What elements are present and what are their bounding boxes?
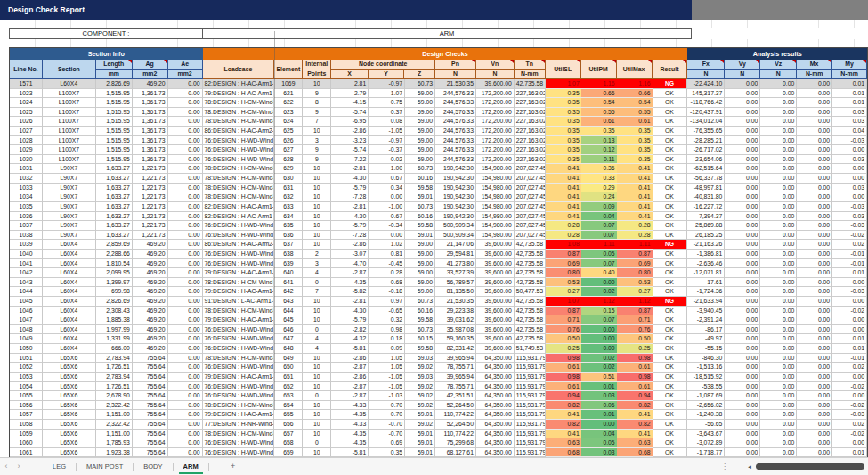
table-cell[interactable]: 0.37 [369, 108, 405, 118]
table-cell[interactable]: L65X6 [43, 363, 96, 373]
table-cell[interactable]: -2.87 [331, 391, 369, 401]
table-cell[interactable]: NG [653, 240, 688, 250]
table-cell[interactable]: 0.00 [832, 174, 867, 184]
table-cell[interactable]: 0.00 [168, 108, 203, 118]
table-cell[interactable]: 2,859.69 [96, 240, 133, 250]
table-cell[interactable]: 9 [303, 108, 331, 118]
table-cell[interactable]: 0.00 [168, 315, 203, 325]
table-cell[interactable]: 1,633.27 [96, 202, 133, 212]
table-cell[interactable]: 0.00 [725, 164, 760, 174]
table-cell[interactable]: 59.02 [405, 382, 435, 392]
table-cell[interactable]: 625 [274, 127, 303, 136]
table-cell[interactable]: 227,163.02 [515, 127, 546, 136]
table-cell[interactable]: 1571 [10, 79, 43, 89]
table-cell[interactable]: 39,600.00 [476, 287, 515, 297]
table-cell[interactable]: 76:DESIGN : H-WD-Wind-90- [203, 250, 275, 259]
column-header-tn[interactable]: Tn N-mm [515, 60, 546, 79]
table-cell[interactable]: 42,735.58 [515, 334, 546, 344]
table-cell[interactable]: -2.81 [331, 202, 369, 212]
table-cell[interactable]: 9 [303, 145, 331, 155]
table-cell[interactable]: 0.76 [617, 325, 653, 335]
table-cell[interactable]: 0 [303, 278, 331, 288]
table-cell[interactable]: 10 [303, 192, 331, 202]
table-cell[interactable]: 1,885.38 [96, 315, 133, 325]
table-cell[interactable]: -1,718.77 [687, 448, 725, 457]
table-cell[interactable]: L90X7 [43, 192, 96, 202]
table-cell[interactable]: L100X7 [43, 98, 96, 108]
table-cell[interactable]: -4.70 [331, 259, 369, 269]
table-cell[interactable]: 0.04 [581, 430, 617, 439]
table-cell[interactable]: OK [653, 259, 688, 269]
table-cell[interactable]: 1029 [10, 145, 43, 155]
table-cell[interactable]: 1,515.95 [96, 117, 133, 127]
table-cell[interactable]: -0.03 [832, 212, 867, 222]
table-cell[interactable]: 0.00 [760, 231, 797, 241]
table-cell[interactable]: -6.95 [331, 117, 369, 127]
table-cell[interactable]: 632 [274, 192, 303, 202]
table-cell[interactable]: 64,350.00 [476, 430, 515, 439]
table-cell[interactable]: -5.81 [331, 344, 369, 354]
table-cell[interactable]: -4.32 [331, 334, 369, 344]
table-cell[interactable]: 1.07 [546, 297, 581, 307]
table-cell[interactable]: 76:DESIGN : H-WD-Wind-90- [203, 259, 275, 269]
table-cell[interactable]: 0.00 [168, 79, 203, 89]
table-cell[interactable]: 2,288.66 [96, 250, 133, 259]
table-cell[interactable]: 0.61 [617, 363, 653, 373]
table-cell[interactable]: 2,783.94 [96, 354, 133, 364]
table-cell[interactable]: 154,980.00 [476, 184, 515, 193]
table-cell[interactable]: -118,766.42 [687, 98, 725, 108]
table-cell[interactable]: 82:DESIGN : H-AC-Arm1-C3-L [203, 212, 275, 222]
table-cell[interactable]: 0.41 [617, 192, 653, 202]
column-header-my[interactable]: My N-mm [832, 60, 867, 79]
table-cell[interactable]: 623 [274, 108, 303, 118]
table-cell[interactable]: 52,264.50 [435, 420, 476, 430]
table-cell[interactable]: 76:DESIGN : H-WD-Wind-90- [203, 391, 275, 401]
table-cell[interactable]: 657 [274, 430, 303, 439]
table-cell[interactable]: 0.00 [760, 401, 797, 411]
table-cell[interactable]: 0.02 [832, 363, 867, 373]
table-cell[interactable]: 2,678.90 [96, 391, 133, 401]
table-cell[interactable]: 0.61 [617, 382, 653, 392]
table-cell[interactable]: 59.03 [405, 373, 435, 382]
table-cell[interactable]: 0.00 [797, 79, 832, 89]
table-cell[interactable]: -2.81 [331, 164, 369, 174]
table-cell[interactable]: 0.00 [760, 278, 797, 288]
table-cell[interactable]: 1,361.73 [133, 127, 168, 136]
table-cell[interactable]: 0.81 [369, 250, 405, 259]
table-cell[interactable]: 0.00 [760, 363, 797, 373]
table-cell[interactable]: 0.00 [760, 373, 797, 382]
table-cell[interactable]: 64,350.00 [476, 363, 515, 373]
table-cell[interactable]: OK [653, 250, 688, 259]
table-cell[interactable]: 645 [274, 315, 303, 325]
table-cell[interactable]: -1,386.81 [687, 250, 725, 259]
table-cell[interactable]: 115,931.79 [515, 410, 546, 420]
table-cell[interactable]: 9 [303, 155, 331, 165]
column-header-y[interactable]: Y [369, 70, 405, 78]
table-cell[interactable]: OK [653, 344, 688, 354]
table-cell[interactable]: 78:DESIGN : H-CM-Wind-90- [203, 307, 275, 316]
table-cell[interactable]: 0.00 [168, 184, 203, 193]
table-cell[interactable]: 0.00 [760, 344, 797, 354]
table-cell[interactable]: 1,726.51 [96, 382, 133, 392]
table-cell[interactable]: 59.00 [405, 127, 435, 136]
table-cell[interactable]: L65X6 [43, 448, 96, 457]
sheet-tab-leg[interactable]: LEG [43, 458, 76, 475]
table-cell[interactable]: 78:DESIGN : H-CM-Wind-90- [203, 164, 275, 174]
table-cell[interactable]: -0.02 [832, 430, 867, 439]
table-cell[interactable]: 0.00 [725, 420, 760, 430]
table-cell[interactable]: 0.00 [168, 448, 203, 457]
table-cell[interactable]: 637 [274, 240, 303, 250]
table-cell[interactable]: 0.28 [617, 231, 653, 241]
table-cell[interactable]: 0.00 [832, 373, 867, 382]
table-cell[interactable]: 0.00 [797, 401, 832, 411]
table-cell[interactable]: 469.20 [133, 268, 168, 278]
table-cell[interactable]: 0.00 [725, 231, 760, 241]
column-header-vy[interactable]: Vy N [725, 60, 760, 79]
table-cell[interactable]: 0.00 [760, 448, 797, 457]
table-cell[interactable]: -2.79 [331, 89, 369, 99]
table-cell[interactable]: 21,147.06 [435, 240, 476, 250]
table-cell[interactable]: 469.20 [133, 250, 168, 259]
table-cell[interactable]: -4.35 [331, 278, 369, 288]
table-cell[interactable]: 0.87 [546, 250, 581, 259]
table-cell[interactable]: 0.00 [797, 136, 832, 146]
